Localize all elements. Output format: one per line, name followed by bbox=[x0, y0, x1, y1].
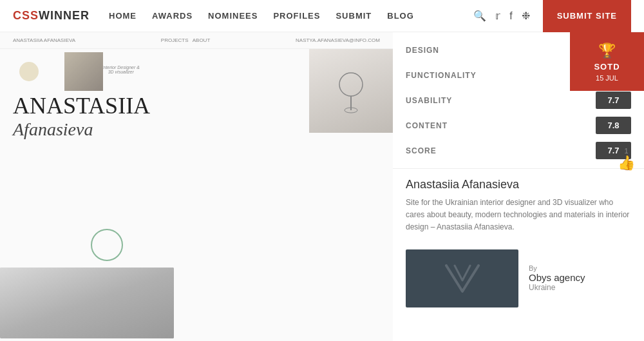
usability-label: USABILITY bbox=[406, 96, 489, 105]
search-icon[interactable]: 🔍 bbox=[473, 10, 486, 22]
agency-name[interactable]: Obys agency bbox=[529, 272, 585, 283]
twitter-icon[interactable]: 𝕣 bbox=[495, 10, 500, 22]
design-label: DESIGN bbox=[406, 46, 489, 55]
site-subtitle: Afanasieva bbox=[13, 119, 204, 140]
pinterest-icon[interactable]: ❉ bbox=[522, 10, 530, 22]
site-name-heading: Anastasiia Afanasieva bbox=[406, 178, 631, 191]
site-preview-panel[interactable]: ANASTASIIA AFANASIEVA PROJECTS ABOUT NAS… bbox=[0, 32, 393, 341]
agency-section: By Obys agency Ukraine bbox=[393, 240, 644, 317]
nav-submit[interactable]: SUBMIT bbox=[336, 11, 372, 21]
right-panel: 🏆 SOTD 15 JUL DESIGN 7.7 FUNCTIONALITY 7… bbox=[393, 32, 644, 341]
site-decorative-circle bbox=[19, 62, 39, 81]
like-count: 1 bbox=[618, 147, 635, 155]
main-nav: HOME AWARDS NOMINEES PROFILES SUBMIT BLO… bbox=[109, 11, 473, 21]
site-nav-contact: NASTYA.AFANASIEVA@INFO.COM bbox=[296, 37, 380, 43]
header: CSSWINNER HOME AWARDS NOMINEES PROFILES … bbox=[0, 0, 644, 32]
nav-icons: 🔍 𝕣 f ❉ bbox=[473, 10, 529, 22]
main-content: ANASTASIIA AFANASIEVA PROJECTS ABOUT NAS… bbox=[0, 32, 644, 341]
usability-value: 7.7 bbox=[596, 92, 631, 109]
nav-blog[interactable]: BLOG bbox=[387, 11, 414, 21]
usability-score-row: USABILITY 7.7 bbox=[406, 89, 631, 112]
site-screenshot: ANASTASIIA AFANASIEVA PROJECTS ABOUT NAS… bbox=[0, 32, 393, 341]
site-description-text: Site for the Ukrainian interior designer… bbox=[406, 197, 631, 234]
agency-logo-icon bbox=[443, 262, 482, 295]
by-label: By bbox=[529, 264, 585, 272]
agency-country: Ukraine bbox=[529, 283, 585, 292]
site-tagline: Interior Designer & 3D visualizer bbox=[39, 65, 204, 74]
submit-site-button[interactable]: SUBMIT SITE bbox=[543, 0, 631, 32]
functionality-label: FUNCTIONALITY bbox=[406, 71, 489, 80]
total-score-row: SCORE 7.7 bbox=[406, 139, 631, 162]
site-room-image bbox=[0, 268, 174, 338]
content-label: CONTENT bbox=[406, 121, 489, 130]
sotd-date: 15 JUL bbox=[596, 74, 618, 82]
site-small-image bbox=[64, 52, 103, 91]
score-label: SCORE bbox=[406, 146, 489, 155]
nav-nominees[interactable]: NOMINEES bbox=[208, 11, 258, 21]
sotd-label: SOTD bbox=[594, 62, 620, 72]
sotd-badge: 🏆 SOTD 15 JUL bbox=[570, 32, 644, 91]
site-right-col bbox=[216, 49, 393, 338]
agency-info: By Obys agency Ukraine bbox=[529, 264, 585, 292]
site-nav-logo: ANASTASIIA AFANASIEVA bbox=[13, 37, 75, 43]
nav-home[interactable]: HOME bbox=[109, 11, 137, 21]
site-nav-bar: ANASTASIIA AFANASIEVA PROJECTS ABOUT NAS… bbox=[0, 32, 393, 49]
site-chair-image bbox=[309, 49, 393, 133]
site-title: ANASTASIIA bbox=[13, 93, 204, 119]
like-button[interactable]: 👍 bbox=[618, 155, 635, 171]
description-section: Anastasiia Afanasieva Site for the Ukrai… bbox=[393, 168, 644, 240]
svg-point-0 bbox=[339, 73, 363, 96]
chair-illustration bbox=[335, 65, 367, 117]
agency-logo bbox=[406, 249, 518, 307]
facebook-icon[interactable]: f bbox=[509, 10, 512, 22]
like-section: 1 👍 bbox=[618, 147, 635, 171]
nav-profiles[interactable]: PROFILES bbox=[273, 11, 320, 21]
site-nav-mid: PROJECTS ABOUT bbox=[161, 37, 210, 43]
trophy-icon: 🏆 bbox=[598, 43, 616, 59]
content-value: 7.8 bbox=[596, 117, 631, 134]
logo[interactable]: CSSWINNER bbox=[13, 9, 90, 23]
nav-awards[interactable]: AWARDS bbox=[152, 11, 193, 21]
content-score-row: CONTENT 7.8 bbox=[406, 114, 631, 137]
site-left-col: Interior Designer & 3D visualizer ANASTA… bbox=[0, 49, 216, 338]
site-green-circle-decor bbox=[91, 229, 123, 261]
site-body: Interior Designer & 3D visualizer ANASTA… bbox=[0, 49, 393, 338]
